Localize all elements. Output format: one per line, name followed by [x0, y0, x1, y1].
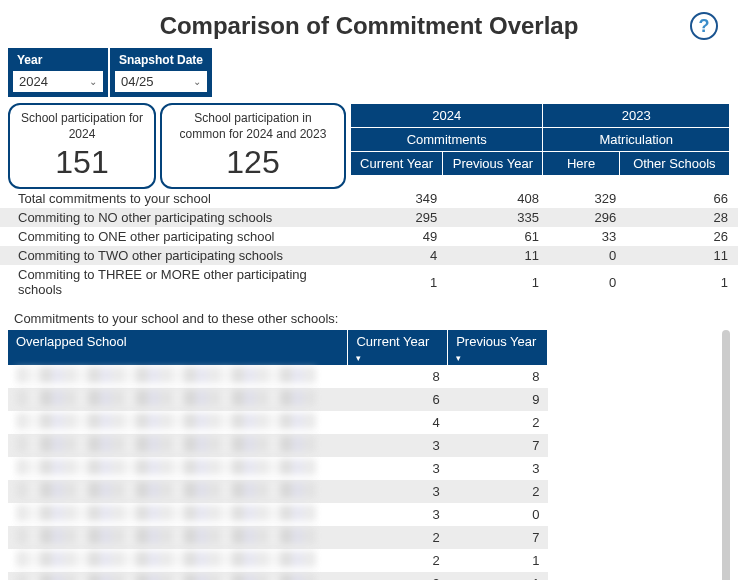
header-col-previous-year: Previous Year	[443, 152, 543, 176]
filter-year-select[interactable]: 2024 ⌄	[13, 71, 103, 92]
row-label: Commiting to THREE or MORE other partici…	[0, 265, 354, 299]
row-label: Total commitments to your school	[0, 189, 354, 208]
redacted-school-name	[16, 574, 316, 580]
overlap-py: 3	[448, 457, 548, 480]
overlap-cy: 2	[348, 572, 448, 580]
filter-snapshot-value: 04/25	[121, 74, 154, 89]
table-row: 27	[8, 526, 548, 549]
overlap-header-previous-year[interactable]: Previous Year	[448, 330, 548, 365]
overlap-py: 0	[448, 503, 548, 526]
filter-snapshot: Snapshot Date 04/25 ⌄	[110, 48, 212, 97]
row-val-here: 33	[549, 227, 626, 246]
overlap-school-cell	[8, 365, 348, 388]
overlap-table: Overlapped School Current Year Previous …	[8, 330, 548, 580]
overlap-py: 1	[448, 572, 548, 580]
summary-data-table: Total commitments to your school34940832…	[0, 189, 738, 299]
filter-snapshot-label: Snapshot Date	[111, 49, 211, 71]
overlap-cy: 2	[348, 549, 448, 572]
overlap-school-cell	[8, 572, 348, 580]
redacted-school-name	[16, 413, 316, 429]
overlap-school-cell	[8, 411, 348, 434]
row-val-here: 0	[549, 246, 626, 265]
row-val-current: 1	[354, 265, 448, 299]
page-title: Comparison of Commitment Overlap	[160, 12, 579, 40]
stat-card-participation: School participation for 2024 151	[8, 103, 156, 189]
row-val-other: 1	[626, 265, 738, 299]
overlap-cy: 3	[348, 480, 448, 503]
filter-year-value: 2024	[19, 74, 48, 89]
overlap-py: 7	[448, 434, 548, 457]
table-row: 21	[8, 572, 548, 580]
row-label: Commiting to ONE other participating sch…	[0, 227, 354, 246]
overlap-intro: Commitments to your school and to these …	[0, 299, 738, 330]
stat-value: 125	[172, 144, 334, 181]
redacted-school-name	[16, 436, 316, 452]
overlap-cy: 6	[348, 388, 448, 411]
stat-value: 151	[20, 144, 144, 181]
row-val-other: 66	[626, 189, 738, 208]
overlap-cy: 4	[348, 411, 448, 434]
header-year-2: 2023	[543, 104, 730, 128]
overlap-header-current-year[interactable]: Current Year	[348, 330, 448, 365]
overlap-school-cell	[8, 526, 348, 549]
row-val-current: 349	[354, 189, 448, 208]
overlap-cy: 3	[348, 434, 448, 457]
stat-label: School participation for 2024	[20, 111, 144, 142]
row-val-other: 11	[626, 246, 738, 265]
table-row: 21	[8, 549, 548, 572]
table-row: Commiting to TWO other participating sch…	[0, 246, 738, 265]
header-col-other-schools: Other Schools	[619, 152, 729, 176]
overlap-py: 7	[448, 526, 548, 549]
row-val-here: 329	[549, 189, 626, 208]
overlap-py: 9	[448, 388, 548, 411]
redacted-school-name	[16, 505, 316, 521]
row-val-previous: 61	[447, 227, 549, 246]
row-label: Commiting to NO other participating scho…	[0, 208, 354, 227]
row-val-here: 296	[549, 208, 626, 227]
summary-header-table: 2024 2023 Commitments Matriculation Curr…	[350, 103, 730, 176]
table-row: 37	[8, 434, 548, 457]
row-val-previous: 11	[447, 246, 549, 265]
row-val-current: 295	[354, 208, 448, 227]
row-val-current: 4	[354, 246, 448, 265]
header-group-commitments: Commitments	[351, 128, 543, 152]
filter-year-label: Year	[9, 49, 107, 71]
scrollbar[interactable]	[722, 330, 730, 580]
redacted-school-name	[16, 367, 316, 383]
overlap-cy: 2	[348, 526, 448, 549]
overlap-school-cell	[8, 434, 348, 457]
redacted-school-name	[16, 551, 316, 567]
table-row: 33	[8, 457, 548, 480]
table-row: 30	[8, 503, 548, 526]
filter-snapshot-select[interactable]: 04/25 ⌄	[115, 71, 207, 92]
row-val-other: 28	[626, 208, 738, 227]
row-val-previous: 408	[447, 189, 549, 208]
help-icon[interactable]: ?	[690, 12, 718, 40]
table-row: 42	[8, 411, 548, 434]
table-row: 88	[8, 365, 548, 388]
stat-card-common: School participation in common for 2024 …	[160, 103, 346, 189]
overlap-school-cell	[8, 457, 348, 480]
row-val-here: 0	[549, 265, 626, 299]
chevron-down-icon: ⌄	[89, 76, 97, 87]
redacted-school-name	[16, 459, 316, 475]
overlap-school-cell	[8, 480, 348, 503]
stat-label: School participation in common for 2024 …	[172, 111, 334, 142]
overlap-py: 1	[448, 549, 548, 572]
table-row: Commiting to ONE other participating sch…	[0, 227, 738, 246]
header-year-1: 2024	[351, 104, 543, 128]
table-row: Commiting to THREE or MORE other partici…	[0, 265, 738, 299]
header-group-matriculation: Matriculation	[543, 128, 730, 152]
row-label: Commiting to TWO other participating sch…	[0, 246, 354, 265]
overlap-py: 8	[448, 365, 548, 388]
redacted-school-name	[16, 528, 316, 544]
table-row: Total commitments to your school34940832…	[0, 189, 738, 208]
table-row: 32	[8, 480, 548, 503]
chevron-down-icon: ⌄	[193, 76, 201, 87]
overlap-header-school[interactable]: Overlapped School	[8, 330, 348, 365]
overlap-school-cell	[8, 388, 348, 411]
table-row: 69	[8, 388, 548, 411]
filter-year: Year 2024 ⌄	[8, 48, 108, 97]
row-val-current: 49	[354, 227, 448, 246]
row-val-other: 26	[626, 227, 738, 246]
